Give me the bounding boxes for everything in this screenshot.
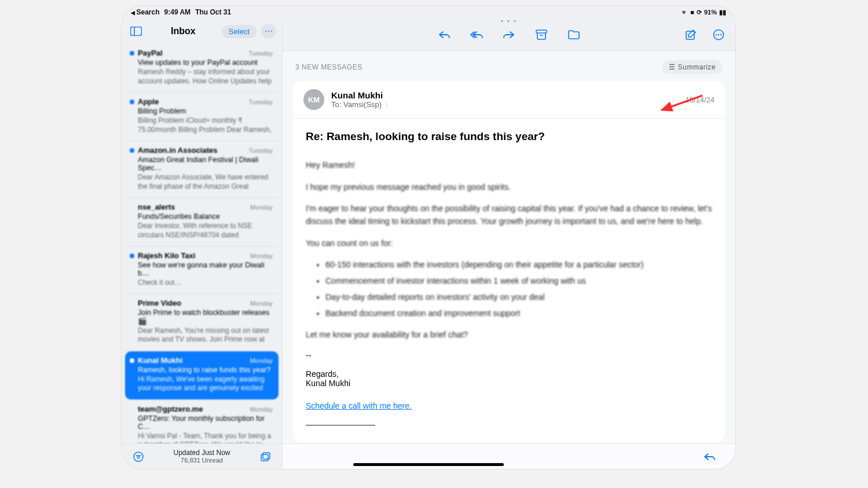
email-bullet: Day-to-day detailed reports on investors… bbox=[325, 291, 712, 304]
filter-icon[interactable] bbox=[130, 448, 147, 465]
svg-rect-4 bbox=[263, 453, 270, 459]
message-item[interactable]: Kunal MukhiMondayRamesh, looking to rais… bbox=[125, 351, 279, 400]
status-bar: Search 9:49 AM Thu Oct 31 ᯤ ■ ⟳ 91% ▮▮ bbox=[122, 6, 735, 19]
compose-icon[interactable] bbox=[682, 26, 699, 43]
message-sender: Kunal Mukhi bbox=[138, 356, 182, 365]
sender-name[interactable]: Kunal Mukhi bbox=[331, 90, 678, 100]
move-folder-icon[interactable] bbox=[565, 26, 583, 43]
message-subject: See how we're gonna make your Diwali b… bbox=[138, 261, 273, 277]
mailbox-title: Inbox bbox=[149, 26, 217, 36]
compose-stack-icon[interactable] bbox=[257, 448, 274, 465]
unread-dot-icon bbox=[130, 51, 134, 56]
lock-icon: ■ bbox=[690, 9, 694, 16]
battery-icon: ▮▮ bbox=[719, 9, 726, 16]
message-subject: Join Prime to watch blockbuster releases… bbox=[138, 309, 273, 325]
forward-icon[interactable] bbox=[500, 26, 518, 43]
signature-rule bbox=[306, 425, 375, 425]
drag-handle-icon: • • • bbox=[501, 17, 517, 24]
svg-point-10 bbox=[720, 34, 721, 35]
email-bullet: Commencement of investor interactions wi… bbox=[325, 275, 712, 288]
back-to-search[interactable]: Search bbox=[131, 8, 160, 16]
reply-all-icon[interactable] bbox=[468, 26, 485, 43]
status-time: 9:49 AM bbox=[164, 8, 191, 16]
rotation-lock-icon: ⟳ bbox=[697, 9, 702, 16]
chevron-right-icon: 〉 bbox=[385, 101, 391, 108]
to-value: Vamsi(Ssp) bbox=[343, 100, 382, 109]
message-sender: team@gptzero.me bbox=[138, 405, 203, 413]
wifi-icon: ᯤ bbox=[682, 9, 688, 16]
message-subject: Billing Problem bbox=[138, 107, 273, 115]
message-preview: Dear Ramesh, You're missing out on lates… bbox=[138, 326, 273, 345]
message-list-pane: Inbox Select ⋯ PayPalTuesdayView updates… bbox=[122, 19, 283, 469]
new-messages-label: 3 NEW MESSAGES bbox=[295, 63, 362, 71]
message-preview: Ramesh Reddy – stay informed about your … bbox=[138, 68, 273, 86]
message-date: Monday bbox=[250, 252, 273, 259]
message-item[interactable]: Prime VideoMondayJoin Prime to watch blo… bbox=[125, 294, 279, 351]
message-subject: Amazon Great Indian Festival | Diwali Sp… bbox=[138, 156, 273, 172]
unread-dot-icon bbox=[130, 254, 134, 258]
message-sender: PayPal bbox=[138, 49, 163, 57]
message-sender: nse_alerts bbox=[138, 203, 175, 211]
message-content-pane: • • • 3 NEW MESSAGES ☰ bbox=[283, 19, 735, 469]
svg-rect-3 bbox=[261, 454, 268, 461]
to-label: To: bbox=[331, 100, 341, 109]
email-bullet: Backend document creation and improvemen… bbox=[325, 307, 712, 320]
message-preview: Hi Ramesh, We've been eagerly awaiting y… bbox=[138, 375, 273, 394]
message-item[interactable]: Amazon.in AssociatesTuesdayAmazon Great … bbox=[125, 141, 279, 198]
message-sender: Prime Video bbox=[138, 299, 181, 307]
signature-divider: -- bbox=[306, 351, 712, 360]
message-list[interactable]: PayPalTuesdayView updates to your PayPal… bbox=[122, 44, 282, 443]
message-item[interactable]: Rajesh Kilo TaxiMondaySee how we're gonn… bbox=[125, 247, 279, 294]
archive-icon[interactable] bbox=[533, 26, 550, 43]
svg-point-9 bbox=[718, 34, 719, 35]
message-item[interactable]: nse_alertsMondayFunds/Securities Balance… bbox=[125, 198, 279, 247]
content-toolbar: • • • bbox=[283, 19, 735, 51]
email-card: KM Kunal Mukhi To: Vamsi(Ssp) 〉 10/14/24 bbox=[293, 81, 725, 443]
status-date: Thu Oct 31 bbox=[195, 8, 231, 16]
message-sender: Rajesh Kilo Taxi bbox=[138, 251, 195, 260]
quick-reply-icon[interactable] bbox=[701, 448, 718, 465]
message-date: Monday bbox=[250, 406, 273, 413]
email-date: 10/14/24 bbox=[685, 96, 715, 104]
message-sender: Apple bbox=[138, 97, 159, 106]
message-item[interactable]: AppleTuesdayBilling ProblemBilling Probl… bbox=[125, 93, 279, 141]
unread-count: 76,831 Unread bbox=[147, 457, 257, 464]
recipient-line[interactable]: To: Vamsi(Ssp) 〉 bbox=[331, 100, 678, 109]
home-indicator[interactable] bbox=[353, 463, 504, 466]
summarize-button[interactable]: ☰ Summarize bbox=[662, 60, 723, 74]
reply-icon[interactable] bbox=[435, 26, 453, 43]
message-date: Monday bbox=[250, 204, 273, 211]
message-date: Monday bbox=[250, 357, 273, 364]
message-preview: Check it out… bbox=[138, 278, 273, 288]
signature-regards: Regards, bbox=[306, 369, 712, 379]
status-right: ᯤ ■ ⟳ 91% ▮▮ bbox=[682, 9, 726, 16]
email-subject: Re: Ramesh, looking to raise funds this … bbox=[306, 130, 712, 143]
schedule-call-link[interactable]: Schedule a call with me here. bbox=[306, 401, 412, 410]
select-button[interactable]: Select bbox=[222, 25, 257, 38]
svg-rect-0 bbox=[131, 27, 142, 36]
message-preview: Billing Problem iCloud+ monthly ₹ 75.00/… bbox=[138, 116, 273, 135]
summarize-icon: ☰ bbox=[669, 63, 676, 71]
battery-percent: 91% bbox=[704, 9, 717, 16]
unread-dot-icon bbox=[130, 100, 134, 104]
more-menu-icon[interactable] bbox=[710, 26, 727, 43]
summarize-label: Summarize bbox=[678, 63, 716, 71]
svg-rect-5 bbox=[536, 30, 547, 33]
message-date: Tuesday bbox=[248, 147, 273, 154]
message-item[interactable]: team@gptzero.meMondayGPTZero: Your month… bbox=[125, 400, 279, 443]
sender-avatar: KM bbox=[303, 89, 324, 110]
content-footer bbox=[283, 443, 735, 469]
message-date: Tuesday bbox=[248, 50, 273, 57]
sync-status: Updated Just Now bbox=[147, 449, 257, 457]
message-subject: Funds/Securities Balance bbox=[138, 212, 273, 221]
message-preview: Dear Amazon Associate, We have entered t… bbox=[138, 173, 273, 192]
message-subject: Ramesh, looking to raise funds this year… bbox=[138, 366, 273, 374]
more-options-button[interactable]: ⋯ bbox=[261, 24, 276, 39]
signature-name: Kunal Mukhi bbox=[306, 379, 712, 388]
email-body-text: Hey Ramesh! I hope my previous message r… bbox=[306, 159, 712, 342]
sidebar-toggle-icon[interactable] bbox=[127, 23, 145, 40]
message-preview: Dear Investor, With reference to NSE cir… bbox=[138, 222, 273, 240]
email-bullet: 60-150 interactions with the investors (… bbox=[325, 259, 712, 271]
message-subject: GPTZero: Your monthly subscription for C… bbox=[138, 414, 273, 431]
message-item[interactable]: PayPalTuesdayView updates to your PayPal… bbox=[125, 44, 279, 93]
